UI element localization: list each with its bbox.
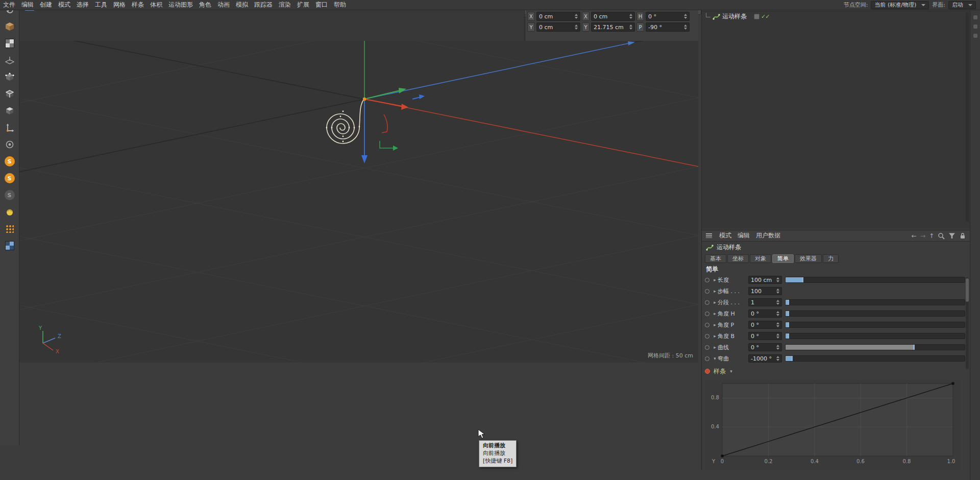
expand-chevron-icon[interactable]: ▸ [712, 322, 718, 327]
snap-settings-button[interactable]: S [3, 172, 17, 185]
menu-item[interactable]: 模式 [55, 0, 74, 10]
attribute-value-field[interactable]: -1000 ° [748, 354, 782, 363]
keyframe-dot-icon[interactable] [705, 356, 709, 361]
menu-item[interactable]: 网格 [110, 0, 129, 10]
attribute-tab[interactable]: 坐标 [727, 254, 749, 263]
attribute-value-field[interactable]: 100 [748, 287, 782, 295]
size-field[interactable]: 21.715 cm [591, 22, 635, 32]
expand-chevron-icon[interactable]: ▸ [712, 277, 718, 282]
attribute-slider[interactable] [785, 355, 965, 362]
curve-point-end[interactable] [952, 382, 954, 385]
lock-icon[interactable] [959, 232, 966, 239]
attribute-tab[interactable]: 力 [823, 254, 839, 263]
expand-chevron-icon[interactable]: ▸ [712, 333, 718, 339]
edges-mode-button[interactable] [3, 87, 17, 101]
menu-item[interactable]: 文件 [0, 0, 18, 10]
menu-item[interactable]: 创建 [37, 0, 55, 10]
menu-item[interactable]: 体积 [147, 0, 165, 10]
object-state-tag-icon[interactable] [754, 14, 760, 19]
position-axis-button[interactable]: X [527, 12, 535, 21]
object-manager-list[interactable]: 运动样条 ✓✓ [702, 11, 970, 229]
viewport-solo-button[interactable] [3, 138, 17, 151]
attribute-tab[interactable]: 基本 [705, 254, 726, 263]
menu-item[interactable]: 工具 [92, 0, 110, 10]
enable-axis-button[interactable] [3, 121, 17, 134]
node-space-select[interactable]: 当前 (标准/物理) [871, 1, 929, 9]
expand-chevron-icon[interactable]: ▸ [712, 345, 718, 350]
position-field[interactable]: 0 cm [536, 12, 580, 21]
points-mode-button[interactable] [3, 70, 17, 84]
attribute-menu-icon[interactable] [706, 233, 712, 238]
attribute-value-field[interactable]: 0 ° [748, 343, 782, 351]
pla-grid-button[interactable] [3, 222, 17, 235]
rotation-axis-button[interactable]: H [636, 12, 644, 21]
attribute-slider[interactable] [785, 344, 965, 350]
attribute-tab[interactable]: 对象 [750, 254, 771, 263]
value-spinner[interactable] [774, 289, 779, 294]
attribute-value-field[interactable]: 0 ° [748, 332, 782, 340]
keyframe-dot-icon[interactable] [705, 278, 709, 282]
paint-tool-button[interactable] [3, 205, 17, 219]
texture-mode-button[interactable] [3, 37, 17, 50]
size-axis-button[interactable]: X [582, 12, 590, 21]
dock-handle-icon[interactable] [973, 25, 977, 29]
value-spinner[interactable] [774, 322, 779, 327]
dock-handle-icon[interactable] [973, 15, 977, 19]
keyframe-dot-icon[interactable] [705, 300, 709, 305]
attribute-slider[interactable] [785, 299, 965, 305]
gizmo-x-axis[interactable] [364, 99, 402, 106]
menu-item[interactable]: 编辑 [18, 0, 37, 10]
attribute-value-field[interactable]: 0 ° [748, 309, 782, 318]
attribute-scrollbar[interactable] [966, 277, 969, 369]
size-field[interactable]: 0 cm [591, 12, 635, 21]
value-spinner[interactable] [774, 356, 779, 361]
value-spinner[interactable] [774, 333, 779, 339]
value-spinner[interactable] [774, 277, 779, 282]
menu-item[interactable]: 窗口 [312, 0, 331, 10]
attribute-slider[interactable] [785, 277, 965, 283]
spline-enable-icon[interactable] [705, 369, 710, 374]
expand-chevron-icon[interactable]: ▾ [712, 356, 718, 361]
history-back-icon[interactable]: ← [912, 232, 917, 239]
attribute-value-field[interactable]: 1 [748, 298, 782, 306]
keyframe-dot-icon[interactable] [705, 334, 709, 339]
object-manager-scrollbar[interactable] [966, 12, 969, 222]
menu-item[interactable]: 动画 [214, 0, 233, 10]
filter-icon[interactable] [948, 232, 955, 239]
size-axis-button[interactable]: Y [582, 22, 590, 32]
polygons-mode-button[interactable] [3, 104, 17, 117]
uv-mode-button[interactable] [3, 239, 17, 252]
keyframe-dot-icon[interactable] [705, 311, 709, 316]
expand-chevron-icon[interactable]: ▸ [712, 300, 718, 305]
keyframe-dot-icon[interactable] [705, 345, 709, 350]
position-field[interactable]: 0 cm [536, 22, 580, 32]
parent-up-icon[interactable]: ↑ [929, 232, 934, 239]
menu-item[interactable]: 选择 [74, 0, 92, 10]
object-enable-checks[interactable]: ✓✓ [761, 13, 769, 20]
snap-enable-button[interactable]: S [3, 155, 17, 168]
viewport-canvas[interactable]: 透视视图 默认摄像机 网格间距 : 50 cm Y Z X [19, 0, 698, 363]
menu-item[interactable]: 模拟 [233, 0, 251, 10]
rotation-axis-button[interactable]: P [636, 22, 644, 32]
attribute-tab[interactable]: 效果器 [795, 254, 822, 263]
keyframe-dot-icon[interactable] [705, 323, 709, 327]
value-spinner[interactable] [774, 300, 779, 305]
workplane-mode-button[interactable] [3, 54, 17, 67]
model-mode-button[interactable] [3, 20, 17, 33]
expand-chevron-icon[interactable]: ▸ [712, 311, 718, 316]
search-icon[interactable] [938, 232, 945, 239]
menu-item[interactable]: 扩展 [294, 0, 312, 10]
attribute-menu-item[interactable]: 模式 [716, 231, 734, 241]
spline-curve-graph[interactable]: Y 0 0.20.40.60.81.0 0.80.4 [705, 379, 960, 470]
object-origin-handle[interactable] [363, 98, 366, 101]
quantize-button[interactable]: S [3, 188, 17, 202]
value-spinner[interactable] [774, 345, 779, 350]
interface-select[interactable]: 启动 [948, 1, 976, 9]
attribute-menu-item[interactable]: 编辑 [734, 231, 753, 241]
attribute-slider[interactable] [785, 310, 965, 317]
menu-item[interactable]: 角色 [196, 0, 214, 10]
menu-item[interactable]: 帮助 [331, 0, 349, 10]
menu-item[interactable]: 跟踪器 [251, 0, 276, 10]
attribute-tab[interactable]: 简单 [772, 254, 794, 263]
value-spinner[interactable] [774, 311, 779, 316]
